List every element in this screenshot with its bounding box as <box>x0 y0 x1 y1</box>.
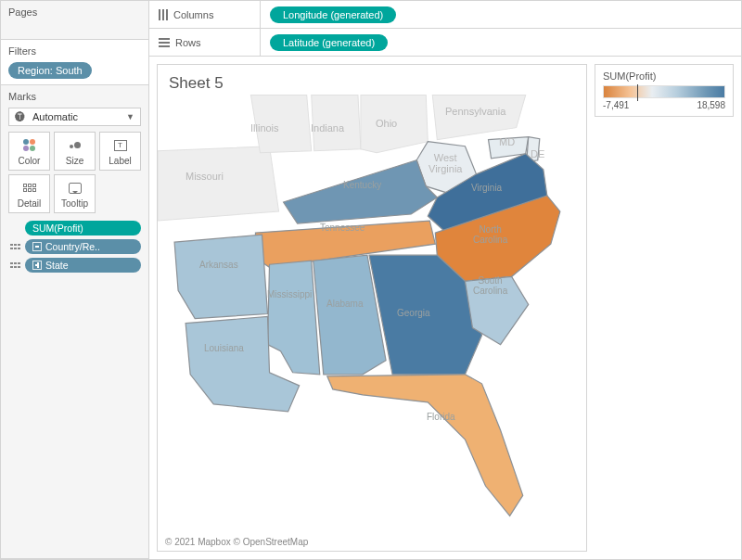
filters-title: Filters <box>8 45 141 57</box>
marks-label-label: Label <box>109 156 131 166</box>
marks-color-label: Color <box>19 156 41 166</box>
columns-pill-longitude[interactable]: Longitude (generated) <box>270 6 396 23</box>
encoding-row-color[interactable]: SUM(Profit) <box>8 221 141 235</box>
detail-encoding-icon <box>8 262 21 269</box>
marks-color-button[interactable]: Color <box>8 132 50 171</box>
label-icon: T <box>114 140 127 151</box>
legend-zero-tick <box>637 84 638 101</box>
encoding-row-country[interactable]: Country/Re.. <box>8 239 141 254</box>
encoding-pill-state: State <box>45 260 69 271</box>
marks-label-button[interactable]: T Label <box>99 132 141 171</box>
marks-size-label: Size <box>66 156 83 166</box>
color-icon <box>23 139 35 151</box>
map-attribution: © 2021 Mapbox © OpenStreetMap <box>158 533 586 551</box>
rows-icon <box>159 38 170 47</box>
columns-shelf: Columns Longitude (generated) <box>149 1 741 29</box>
expand-icon[interactable] <box>32 261 42 270</box>
detail-encoding-icon <box>8 244 21 250</box>
color-encoding-icon <box>8 224 21 233</box>
dropdown-caret-icon: ▼ <box>126 112 134 121</box>
rows-pill-latitude[interactable]: Latitude (generated) <box>270 34 388 51</box>
automatic-icon: 🅣 <box>15 111 25 122</box>
rows-label: Rows <box>175 37 201 48</box>
columns-icon <box>159 9 168 20</box>
tooltip-icon <box>69 183 82 194</box>
legend-title: SUM(Profit) <box>603 70 725 82</box>
collapse-icon[interactable] <box>32 242 42 251</box>
encoding-row-state[interactable]: State <box>8 258 141 273</box>
filters-card: Filters Region: South <box>1 40 148 85</box>
filter-pill-region[interactable]: Region: South <box>8 62 92 79</box>
main-area: Columns Longitude (generated) Rows Latit… <box>149 1 741 559</box>
marks-detail-button[interactable]: Detail <box>8 174 50 213</box>
pages-title: Pages <box>8 6 141 18</box>
sheet-title[interactable]: Sheet 5 <box>158 65 586 95</box>
columns-label: Columns <box>173 9 213 20</box>
legend-max: 18,598 <box>697 100 725 110</box>
rows-shelf: Rows Latitude (generated) <box>149 29 741 57</box>
marks-tooltip-label: Tooltip <box>61 198 88 209</box>
size-icon <box>70 142 81 148</box>
marks-tooltip-button[interactable]: Tooltip <box>54 174 96 213</box>
marks-detail-label: Detail <box>18 198 42 209</box>
marks-title: Marks <box>8 91 141 102</box>
detail-icon <box>23 184 36 192</box>
legend-panel: SUM(Profit) -7,491 18,598 <box>595 64 734 552</box>
marks-type-dropdown[interactable]: 🅣 Automatic ▼ <box>8 108 141 126</box>
legend-gradient[interactable] <box>603 85 725 98</box>
encoding-pill-profit: SUM(Profit) <box>32 223 83 234</box>
pages-card: Pages <box>1 1 148 40</box>
map-canvas[interactable]: Illinois Indiana Ohio Pennsylvania Misso… <box>158 95 586 533</box>
sidebar: Pages Filters Region: South Marks 🅣 Auto… <box>1 1 149 559</box>
visualization-panel: Sheet 5 <box>157 64 587 552</box>
marks-type-label: Automatic <box>32 111 78 122</box>
app-root: Pages Filters Region: South Marks 🅣 Auto… <box>0 0 742 560</box>
legend-min: -7,491 <box>603 100 629 110</box>
marks-card: Marks 🅣 Automatic ▼ Color Size T <box>1 85 148 559</box>
marks-size-button[interactable]: Size <box>54 132 96 171</box>
encoding-pill-country: Country/Re.. <box>45 241 100 252</box>
